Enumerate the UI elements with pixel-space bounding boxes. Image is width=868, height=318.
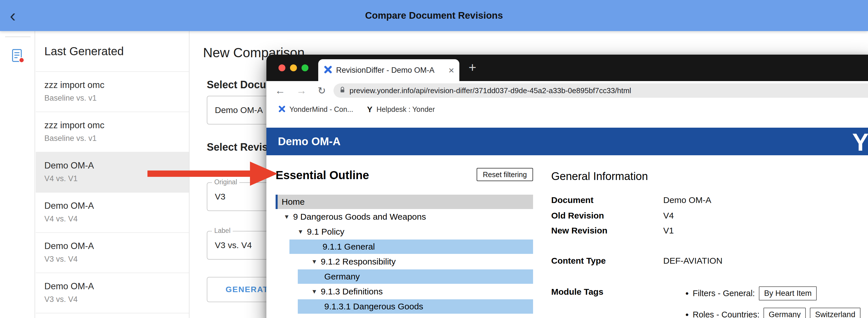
traffic-lights <box>278 64 308 71</box>
list-item-selected[interactable]: Demo OM-A V4 vs. V1 <box>36 152 189 192</box>
list-item-title: Demo OM-A <box>44 281 189 291</box>
url-bar[interactable]: preview.yonder.info/api/revision-differ/… <box>334 83 868 98</box>
bookmarks-bar: YonderMind - Con... Y Helpdesk : Yonder <box>267 100 868 119</box>
top-app-bar: ‹ Compare Document Revisions <box>0 0 868 31</box>
bookmark-helpdesk[interactable]: Y Helpdesk : Yonder <box>367 105 435 114</box>
info-label: Module Tags <box>551 287 663 297</box>
outline-item[interactable]: ▼9.1 Policy <box>276 224 533 239</box>
info-label: New Revision <box>551 226 663 236</box>
module-tag-label: Roles - Countries: <box>693 310 760 318</box>
reset-filtering-button[interactable]: Reset filtering <box>476 168 533 181</box>
list-item-subtitle: V4 vs. V4 <box>44 214 189 223</box>
info-label: Content Type <box>551 256 663 266</box>
browser-tab[interactable]: RevisionDiffer - Demo OM-A × <box>318 59 459 81</box>
module-tag-line: • Filters - General: By Heart Item <box>685 286 817 301</box>
last-generated-title: Last Generated <box>44 45 189 58</box>
browser-titlebar[interactable]: RevisionDiffer - Demo OM-A × + <box>267 55 868 81</box>
collapse-triangle-icon[interactable]: ▼ <box>311 258 317 265</box>
list-item-title: zzz import omc <box>44 80 189 90</box>
url-text: preview.yonder.info/api/revision-differ/… <box>350 86 631 95</box>
module-tag-chip: By Heart Item <box>759 286 817 301</box>
yonder-logo-icon: Y <box>852 128 868 156</box>
module-tag-label: Filters - General: <box>693 289 755 298</box>
info-label: Old Revision <box>551 211 663 220</box>
list-item-subtitle: V4 vs. V1 <box>44 174 189 183</box>
outline-item[interactable]: ▼9.1.2 Responsibility <box>276 254 533 269</box>
collapse-triangle-icon[interactable]: ▼ <box>298 228 304 235</box>
outline-item-label: 9 Dangerous Goods and Weapons <box>293 212 426 221</box>
info-row: DocumentDemo OM-A <box>551 195 711 205</box>
tab-close-icon[interactable]: × <box>448 65 454 75</box>
collapse-triangle-icon[interactable]: ▼ <box>311 288 317 295</box>
list-item-subtitle: V3 vs. V4 <box>44 295 189 304</box>
info-value: DEF-AVIATION <box>663 256 722 266</box>
last-generated-panel: Last Generated zzz import omc Baseline v… <box>36 31 189 318</box>
list-item-title: zzz import omc <box>44 120 189 131</box>
bullet-icon: • <box>685 309 689 318</box>
original-field-label: Original <box>212 178 239 186</box>
last-generated-header: Last Generated <box>36 31 189 72</box>
info-value: Demo OM-A <box>663 195 711 205</box>
outline-item-home[interactable]: Home <box>276 195 533 209</box>
list-item[interactable]: Demo OM-A V3 vs. V4 <box>36 273 189 313</box>
outline-item-label: 9.1.2 Responsibility <box>321 257 396 266</box>
yondermind-favicon-icon <box>278 106 285 114</box>
lock-icon <box>339 86 346 95</box>
browser-navbar: ← → ↻ preview.yonder.info/api/revision-d… <box>267 81 868 100</box>
info-row: Old RevisionV4 <box>551 211 674 220</box>
outline-item[interactable]: ▼9 Dangerous Goods and Weapons <box>276 210 533 224</box>
info-value: V4 <box>663 211 674 220</box>
essential-outline-title: Essential Outline <box>276 169 369 182</box>
label-field-label: Label <box>212 227 233 235</box>
list-item-title: Demo OM-A <box>44 161 189 171</box>
list-item-subtitle: Baseline vs. v1 <box>44 134 189 143</box>
info-row: New RevisionV1 <box>551 226 674 236</box>
module-tag-line: • Roles - Countries: Germany Switzerland <box>685 308 861 318</box>
compare-revisions-icon[interactable] <box>10 48 25 63</box>
module-tag-chip: Switzerland <box>810 308 861 318</box>
outline-item-highlighted[interactable]: 9.1.3.1 Dangerous Goods <box>298 299 533 314</box>
nav-forward-icon[interactable]: → <box>296 84 307 97</box>
info-label: Document <box>551 195 663 205</box>
collapse-triangle-icon[interactable]: ▼ <box>284 213 290 220</box>
bookmark-label: Helpdesk : Yonder <box>376 105 435 114</box>
list-item-title: Demo OM-A <box>44 201 189 211</box>
general-information-title: General Information <box>551 170 648 183</box>
list-item-subtitle: Baseline vs. v1 <box>44 94 189 103</box>
outline-tree: Home ▼9 Dangerous Goods and Weapons ▼9.1… <box>276 195 533 314</box>
yonder-logo-icon: Y <box>367 105 372 114</box>
outline-item-label: 9.1.3 Definitions <box>321 287 383 296</box>
info-value: V1 <box>663 226 674 235</box>
outline-item-label: 9.1 Policy <box>307 227 344 236</box>
document-header: Demo OM-A Y <box>267 128 868 155</box>
new-tab-button[interactable]: + <box>469 59 476 76</box>
yondermind-favicon-icon <box>324 66 332 75</box>
outline-item[interactable]: ▼9.1.3 Definitions <box>276 284 533 299</box>
close-window-button[interactable] <box>278 64 285 71</box>
list-item[interactable]: Demo OM-A V4 vs. V4 <box>36 192 189 233</box>
list-item[interactable]: zzz import omc Baseline vs. v1 <box>36 112 189 152</box>
document-header-title: Demo OM-A <box>278 128 340 155</box>
zoom-window-button[interactable] <box>302 64 308 71</box>
outline-item-highlighted[interactable]: 9.1.1 General <box>289 240 533 254</box>
nav-reload-icon[interactable]: ↻ <box>318 85 326 96</box>
minimize-window-button[interactable] <box>290 64 297 71</box>
nav-back-icon[interactable]: ← <box>275 84 285 97</box>
list-item[interactable]: zzz import omc Baseline vs. v1 <box>36 72 189 112</box>
tab-title: RevisionDiffer - Demo OM-A <box>336 66 445 75</box>
rail-divider <box>5 37 31 37</box>
module-tag-chip: Germany <box>764 308 806 318</box>
bookmark-label: YonderMind - Con... <box>289 105 353 114</box>
list-item-title: Demo OM-A <box>44 241 189 251</box>
browser-window: RevisionDiffer - Demo OM-A × + ← → ↻ pre… <box>267 55 868 318</box>
icon-rail <box>0 31 35 318</box>
page-title: Compare Document Revisions <box>0 0 868 31</box>
outline-item-highlighted[interactable]: Germany <box>298 270 533 284</box>
bullet-icon: • <box>685 288 689 299</box>
bookmark-yondermind[interactable]: YonderMind - Con... <box>278 105 353 114</box>
list-item[interactable]: Demo OM-A V3 vs. V4 <box>36 233 189 273</box>
info-row: Module Tags <box>551 287 663 297</box>
info-row: Content TypeDEF-AVIATION <box>551 256 722 266</box>
list-item-subtitle: V3 vs. V4 <box>44 255 189 264</box>
